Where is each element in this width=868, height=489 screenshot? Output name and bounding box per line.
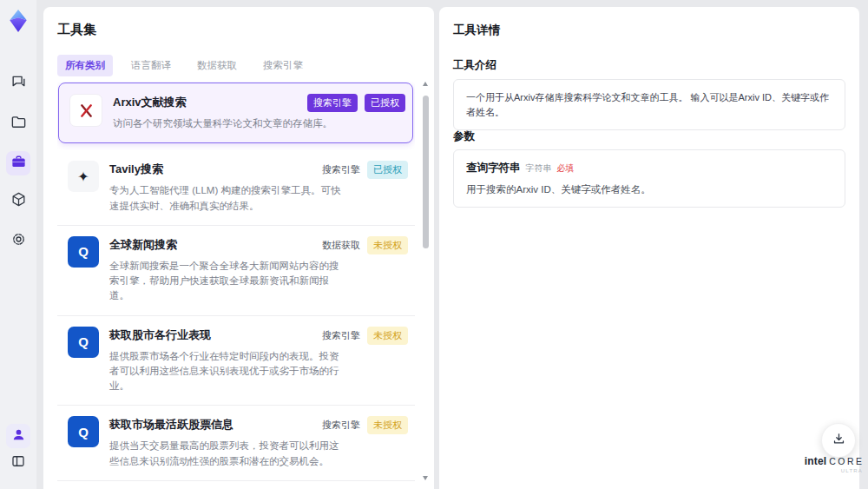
folder-icon — [10, 114, 27, 134]
tool-icon: ✦ — [68, 161, 99, 192]
download-icon — [832, 432, 846, 450]
tool-category-badge: 搜索引擎 — [322, 161, 360, 179]
param-name: 查询字符串 — [466, 161, 521, 175]
tab-search[interactable]: 搜索引擎 — [255, 55, 311, 76]
tool-name: Tavily搜索 — [109, 161, 163, 177]
download-button[interactable] — [821, 423, 856, 458]
toolset-panel: 工具集 所有类别语言翻译数据获取搜索引擎 Arxiv文献搜索 搜索引擎 已授权 … — [43, 7, 434, 489]
tool-card[interactable]: Q 获取股市各行业表现 搜索引擎 未授权 提供股票市场各个行业在特定时间段内的表… — [57, 316, 415, 406]
app-logo — [6, 9, 30, 33]
category-tabs: 所有类别语言翻译数据获取搜索引擎 — [57, 55, 311, 76]
brand-core: CORE — [829, 456, 864, 466]
tool-description: 提供当天交易量最高的股票列表，投资者可以利用这些信息来识别流动性强的股票和潜在的… — [109, 439, 345, 469]
tool-auth-badge: 未授权 — [367, 236, 408, 254]
brand-sub: ULTRA — [800, 468, 868, 473]
tool-icon: Q — [68, 416, 99, 447]
tab-all[interactable]: 所有类别 — [57, 55, 113, 76]
params-heading: 参数 — [453, 129, 475, 144]
tool-icon — [69, 94, 102, 127]
brand-intel: intel — [805, 455, 827, 467]
details-title: 工具详情 — [453, 23, 500, 38]
tool-name: 获取股市各行业表现 — [109, 327, 211, 343]
intro-box: 一个用于从Arxiv存储库搜索科学论文和文章的工具。 输入可以是Arxiv ID… — [453, 79, 845, 130]
tool-description: 全球新闻搜索是一个聚合全球各大新闻网站内容的搜索引擎，帮助用户快速获取全球最新资… — [109, 259, 345, 304]
tab-data[interactable]: 数据获取 — [189, 55, 245, 76]
tool-list-scrollbar — [422, 82, 430, 480]
tool-card[interactable]: Arxiv文献搜索 搜索引擎 已授权 访问各个研究领域大量科学论文和文章的存储库… — [58, 83, 413, 143]
sidebar-item-chat[interactable] — [6, 70, 30, 95]
tool-category-badge: 搜索引擎 — [322, 416, 360, 434]
tool-description: 提供股票市场各个行业在特定时间段内的表现。投资者可以利用这些信息来识别表现优于或… — [109, 349, 345, 394]
user-icon — [11, 427, 26, 446]
sidebar-item-settings[interactable] — [6, 228, 30, 253]
tool-card[interactable]: ✦ Tavily搜索 搜索引擎 已授权 专为人工智能代理 (LLM) 构建的搜索… — [57, 150, 415, 226]
tool-card[interactable]: Q 全球新闻搜索 数据获取 未授权 全球新闻搜索是一个聚合全球各大新闻网站内容的… — [57, 226, 415, 316]
chat-icon — [10, 73, 27, 93]
tool-auth-badge: 未授权 — [367, 327, 408, 345]
gear-icon — [10, 231, 27, 251]
sidebar-item-tools[interactable] — [6, 151, 30, 175]
tool-category-badge: 搜索引擎 — [307, 94, 358, 112]
tool-auth-badge: 已授权 — [367, 161, 408, 179]
sidebar-item-files[interactable] — [6, 111, 30, 135]
tool-name: Arxiv文献搜索 — [113, 94, 187, 110]
tool-description: 访问各个研究领域大量科学论文和文章的存储库。 — [113, 116, 349, 131]
gem-logo-icon — [7, 9, 30, 33]
tool-icon: Q — [68, 236, 99, 268]
toolset-title: 工具集 — [57, 22, 96, 38]
sidebar-item-panel-toggle[interactable] — [6, 451, 30, 475]
tool-category-badge: 搜索引擎 — [322, 327, 360, 345]
tool-auth-badge: 已授权 — [365, 94, 405, 112]
intel-core-logo: intelCORE ULTRA — [800, 455, 868, 473]
tool-name: 全球新闻搜索 — [109, 236, 177, 253]
tool-description: 专为人工智能代理 (LLM) 构建的搜索引擎工具。可快速提供实时、准确和真实的结… — [109, 183, 345, 214]
tool-list: Arxiv文献搜索 搜索引擎 已授权 访问各个研究领域大量科学论文和文章的存储库… — [57, 82, 415, 489]
intro-text: 一个用于从Arxiv存储库搜索科学论文和文章的工具。 输入可以是Arxiv ID… — [466, 90, 832, 119]
param-box: 查询字符串 字符串 必填 用于搜索的Arxiv ID、关键字或作者姓名。 — [453, 149, 845, 208]
tool-card[interactable]: Q 获取市场最活跃股票信息 搜索引擎 未授权 提供当天交易量最高的股票列表，投资… — [57, 406, 415, 481]
layout-panel-icon — [10, 453, 26, 472]
param-description: 用于搜索的Arxiv ID、关键字或作者姓名。 — [466, 183, 832, 196]
cube-icon — [10, 191, 27, 211]
scroll-up-icon[interactable] — [423, 82, 428, 86]
arxiv-icon — [78, 102, 95, 119]
scroll-down-icon[interactable] — [423, 476, 428, 480]
sidebar-item-profile[interactable] — [6, 424, 30, 448]
sidebar-item-packages[interactable] — [6, 188, 30, 213]
tool-name: 获取市场最活跃股票信息 — [109, 416, 233, 433]
tool-details-panel: 工具详情 工具介绍 一个用于从Arxiv存储库搜索科学论文和文章的工具。 输入可… — [439, 7, 859, 489]
briefcase-icon — [10, 154, 27, 174]
intro-heading: 工具介绍 — [453, 58, 496, 73]
param-required-label: 必填 — [557, 162, 575, 175]
scrollbar-thumb[interactable] — [423, 96, 429, 248]
tool-card[interactable]: 万维地区新闻查询 搜索引擎 未授权 查询具体行政区划内的新闻，快速了解各地新闻动 — [57, 481, 415, 489]
app-sidebar — [0, 0, 36, 489]
tool-category-badge: 数据获取 — [322, 236, 360, 254]
tool-icon: Q — [68, 327, 99, 358]
tab-translate[interactable]: 语言翻译 — [123, 55, 179, 76]
tool-auth-badge: 未授权 — [367, 416, 408, 434]
param-type: 字符串 — [526, 162, 552, 175]
